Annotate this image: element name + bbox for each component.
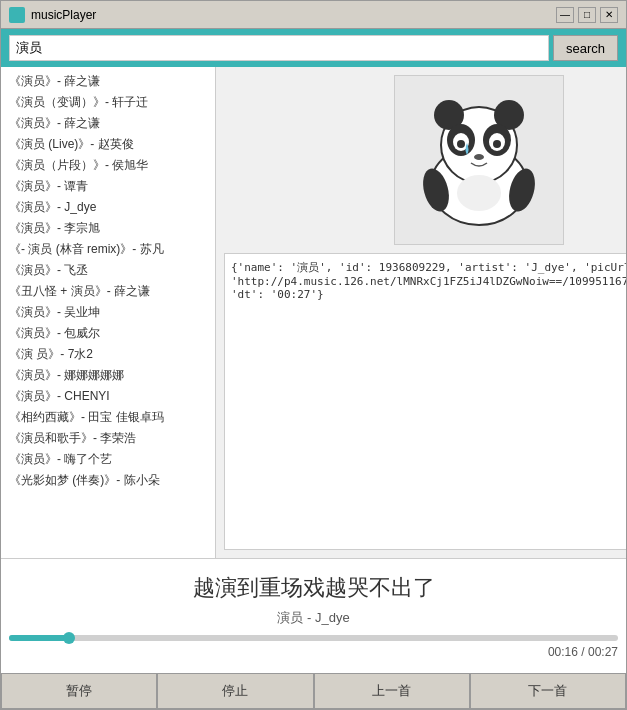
song-item[interactable]: 《丑八怪 + 演员》- 薛之谦 <box>1 281 215 302</box>
progress-thumb[interactable] <box>63 632 75 644</box>
main-area: 《演员》- 薛之谦《演员（变调）》- 轩子迁《演员》- 薛之谦《演员 (Live… <box>1 67 626 558</box>
lyrics-sub: 演员 - J_dye <box>9 609 618 627</box>
maximize-button[interactable]: □ <box>578 7 596 23</box>
song-item[interactable]: 《演员》- 薛之谦 <box>1 113 215 134</box>
stop-button[interactable]: 停止 <box>157 673 313 709</box>
search-button[interactable]: search <box>553 35 618 61</box>
song-item[interactable]: 《- 演员 (林音 remix)》- 苏凡 <box>1 239 215 260</box>
album-art <box>394 75 564 245</box>
total-time: 00:27 <box>588 645 618 659</box>
song-item[interactable]: 《演员》- CHENYI <box>1 386 215 407</box>
time-display: 00:16 / 00:27 <box>9 645 618 659</box>
app-icon <box>9 7 25 23</box>
song-item[interactable]: 《演员（变调）》- 轩子迁 <box>1 92 215 113</box>
progress-bar[interactable] <box>9 635 618 641</box>
song-item[interactable]: 《相约西藏》- 田宝 佳银卓玛 <box>1 407 215 428</box>
svg-point-10 <box>474 154 484 160</box>
app-window: musicPlayer — □ ✕ search 《演员》- 薛之谦《演员（变调… <box>0 0 627 710</box>
song-item[interactable]: 《演员和歌手》- 李荣浩 <box>1 428 215 449</box>
svg-point-9 <box>493 140 501 148</box>
song-item[interactable]: 《演员》- 飞丞 <box>1 260 215 281</box>
svg-point-13 <box>457 175 501 211</box>
search-bar: search <box>1 29 626 67</box>
song-item[interactable]: 《光影如梦 (伴奏)》- 陈小朵 <box>1 470 215 491</box>
search-input[interactable] <box>9 35 549 61</box>
current-time: 00:16 <box>548 645 578 659</box>
next-button[interactable]: 下一首 <box>470 673 626 709</box>
song-item[interactable]: 《演员》- 嗨了个艺 <box>1 449 215 470</box>
song-item[interactable]: 《演员》- 李宗旭 <box>1 218 215 239</box>
song-list[interactable]: 《演员》- 薛之谦《演员（变调）》- 轩子迁《演员》- 薛之谦《演员 (Live… <box>1 67 216 558</box>
song-info-text: {'name': '演员', 'id': 1936809229, 'artist… <box>231 261 626 301</box>
song-item[interactable]: 《演员 (Live)》- 赵英俊 <box>1 134 215 155</box>
song-info-box: {'name': '演员', 'id': 1936809229, 'artist… <box>224 253 626 550</box>
lyrics-area: 越演到重场戏越哭不出了 演员 - J_dye 00:16 / 00:27 <box>1 558 626 673</box>
title-bar: musicPlayer — □ ✕ <box>1 1 626 29</box>
controls-bar: 暂停 停止 上一首 下一首 <box>1 673 626 709</box>
song-item[interactable]: 《演员》- 吴业坤 <box>1 302 215 323</box>
song-item[interactable]: 《演员》- 谭青 <box>1 176 215 197</box>
song-item[interactable]: 《演 员》- 7水2 <box>1 344 215 365</box>
panda-illustration <box>404 85 554 235</box>
prev-button[interactable]: 上一首 <box>314 673 470 709</box>
song-item[interactable]: 《演员》- 薛之谦 <box>1 71 215 92</box>
song-item[interactable]: 《演员（片段）》- 侯旭华 <box>1 155 215 176</box>
song-item[interactable]: 《演员》- 包威尔 <box>1 323 215 344</box>
lyrics-main: 越演到重场戏越哭不出了 <box>9 573 618 603</box>
close-button[interactable]: ✕ <box>600 7 618 23</box>
minimize-button[interactable]: — <box>556 7 574 23</box>
window-controls: — □ ✕ <box>556 7 618 23</box>
progress-fill <box>9 635 69 641</box>
song-item[interactable]: 《演员》- J_dye <box>1 197 215 218</box>
center-panel: {'name': '演员', 'id': 1936809229, 'artist… <box>216 67 626 558</box>
song-item[interactable]: 《演员》- 娜娜娜娜娜 <box>1 365 215 386</box>
pause-button[interactable]: 暂停 <box>1 673 157 709</box>
window-title: musicPlayer <box>31 8 556 22</box>
svg-point-8 <box>457 140 465 148</box>
